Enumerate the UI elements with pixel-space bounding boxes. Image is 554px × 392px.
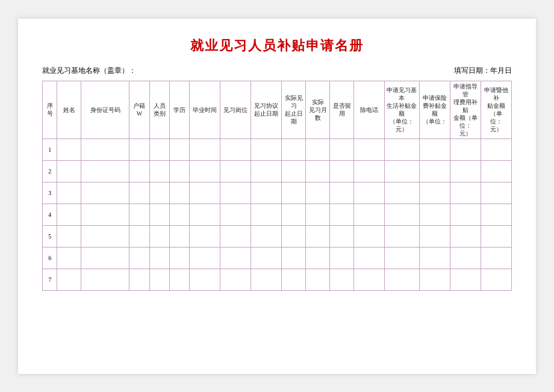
table-cell[interactable] xyxy=(129,138,149,160)
table-cell[interactable] xyxy=(81,182,129,204)
table-cell[interactable] xyxy=(306,247,330,269)
table-cell[interactable] xyxy=(353,225,384,247)
table-cell[interactable] xyxy=(450,247,481,269)
table-cell[interactable] xyxy=(385,225,420,247)
table-cell[interactable] xyxy=(251,204,282,225)
table-cell[interactable] xyxy=(129,160,149,182)
table-cell[interactable] xyxy=(450,138,481,160)
table-cell[interactable] xyxy=(419,204,450,225)
table-cell[interactable] xyxy=(129,225,149,247)
table-cell[interactable] xyxy=(330,138,354,160)
table-cell[interactable] xyxy=(81,225,129,247)
table-cell[interactable] xyxy=(330,204,354,225)
table-cell[interactable] xyxy=(282,225,306,247)
table-cell[interactable] xyxy=(81,269,129,290)
table-cell[interactable] xyxy=(220,269,251,290)
table-cell[interactable] xyxy=(169,160,189,182)
table-cell[interactable] xyxy=(450,269,481,290)
table-cell[interactable] xyxy=(57,182,81,204)
table-cell[interactable] xyxy=(251,182,282,204)
table-cell[interactable] xyxy=(385,138,420,160)
table-cell[interactable] xyxy=(385,204,420,225)
table-cell[interactable] xyxy=(251,160,282,182)
table-cell[interactable] xyxy=(330,269,354,290)
table-cell[interactable] xyxy=(129,204,149,225)
table-cell[interactable] xyxy=(450,182,481,204)
table-cell[interactable] xyxy=(190,160,220,182)
table-cell[interactable] xyxy=(481,160,511,182)
table-cell[interactable] xyxy=(220,182,251,204)
table-cell[interactable] xyxy=(330,182,354,204)
table-cell[interactable] xyxy=(450,225,481,247)
table-cell[interactable] xyxy=(169,247,189,269)
table-cell[interactable] xyxy=(481,138,511,160)
table-cell[interactable] xyxy=(306,204,330,225)
table-cell[interactable] xyxy=(190,182,220,204)
table-cell[interactable] xyxy=(251,269,282,290)
table-cell[interactable] xyxy=(169,138,189,160)
table-cell[interactable] xyxy=(306,160,330,182)
table-cell[interactable] xyxy=(353,204,384,225)
table-cell[interactable] xyxy=(330,247,354,269)
table-cell[interactable] xyxy=(450,204,481,225)
table-cell[interactable] xyxy=(169,269,189,290)
table-cell[interactable] xyxy=(306,269,330,290)
table-cell[interactable] xyxy=(385,247,420,269)
table-cell[interactable] xyxy=(129,269,149,290)
table-cell[interactable] xyxy=(450,160,481,182)
table-cell[interactable] xyxy=(481,269,511,290)
table-cell[interactable] xyxy=(306,182,330,204)
table-cell[interactable] xyxy=(149,269,169,290)
table-cell[interactable] xyxy=(282,204,306,225)
table-cell[interactable] xyxy=(330,225,354,247)
table-cell[interactable] xyxy=(149,247,169,269)
table-cell[interactable] xyxy=(419,160,450,182)
table-cell[interactable] xyxy=(149,225,169,247)
table-cell[interactable] xyxy=(57,269,81,290)
table-cell[interactable] xyxy=(169,225,189,247)
table-cell[interactable] xyxy=(57,247,81,269)
table-cell[interactable] xyxy=(220,225,251,247)
table-cell[interactable] xyxy=(220,138,251,160)
table-cell[interactable] xyxy=(385,160,420,182)
table-cell[interactable] xyxy=(419,247,450,269)
table-cell[interactable] xyxy=(282,138,306,160)
table-cell[interactable] xyxy=(190,269,220,290)
table-cell[interactable] xyxy=(149,138,169,160)
table-cell[interactable] xyxy=(481,182,511,204)
table-cell[interactable] xyxy=(306,225,330,247)
table-cell[interactable] xyxy=(481,204,511,225)
table-cell[interactable] xyxy=(282,182,306,204)
table-cell[interactable] xyxy=(169,204,189,225)
table-cell[interactable] xyxy=(251,138,282,160)
table-cell[interactable] xyxy=(481,225,511,247)
table-cell[interactable] xyxy=(220,204,251,225)
table-cell[interactable] xyxy=(481,247,511,269)
table-cell[interactable] xyxy=(419,269,450,290)
table-cell[interactable] xyxy=(282,247,306,269)
table-cell[interactable] xyxy=(57,160,81,182)
table-cell[interactable] xyxy=(282,160,306,182)
table-cell[interactable] xyxy=(129,247,149,269)
table-cell[interactable] xyxy=(169,182,189,204)
table-cell[interactable] xyxy=(385,269,420,290)
table-cell[interactable] xyxy=(220,247,251,269)
table-cell[interactable] xyxy=(251,225,282,247)
table-cell[interactable] xyxy=(306,138,330,160)
table-cell[interactable] xyxy=(190,204,220,225)
table-cell[interactable] xyxy=(353,182,384,204)
table-cell[interactable] xyxy=(57,204,81,225)
table-cell[interactable] xyxy=(419,225,450,247)
table-cell[interactable] xyxy=(190,247,220,269)
table-cell[interactable] xyxy=(129,182,149,204)
table-cell[interactable] xyxy=(149,204,169,225)
table-cell[interactable] xyxy=(149,160,169,182)
table-cell[interactable] xyxy=(282,269,306,290)
table-cell[interactable] xyxy=(57,225,81,247)
table-cell[interactable] xyxy=(190,138,220,160)
table-cell[interactable] xyxy=(330,160,354,182)
table-cell[interactable] xyxy=(251,247,282,269)
table-cell[interactable] xyxy=(385,182,420,204)
table-cell[interactable] xyxy=(81,138,129,160)
table-cell[interactable] xyxy=(220,160,251,182)
